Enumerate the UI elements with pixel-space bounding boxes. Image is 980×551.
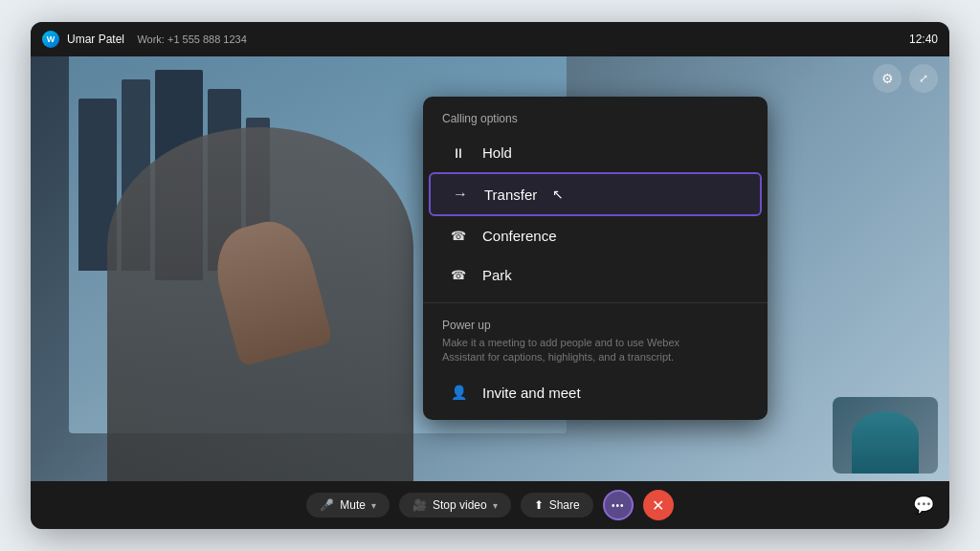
menu-item-transfer-label: Transfer <box>484 187 537 203</box>
menu-item-park[interactable]: ☎ Park <box>429 255 762 295</box>
expand-icon: ⤢ <box>919 72 928 85</box>
power-up-section: Power up Make it a meeting to add people… <box>423 311 768 373</box>
menu-item-invite[interactable]: 👤 Invite and meet <box>429 373 762 412</box>
video-chevron: ▾ <box>493 500 498 511</box>
mute-icon: 🎤 <box>320 498 334 512</box>
expand-button[interactable]: ⤢ <box>909 64 938 93</box>
menu-item-conference-label: Conference <box>482 228 557 244</box>
control-bar: 🎤 Mute ▾ 🎥 Stop video ▾ ⬆ Share ••• ✕ 💬 <box>31 481 949 529</box>
mute-label: Mute <box>340 498 366 512</box>
share-label: Share <box>549 498 580 512</box>
webex-logo: W <box>42 31 59 48</box>
end-icon: ✕ <box>652 496 664 515</box>
menu-item-conference[interactable]: ☎ Conference <box>429 216 762 255</box>
share-button[interactable]: ⬆ Share <box>521 493 593 518</box>
menu-item-transfer[interactable]: → Transfer ↖ <box>429 172 762 216</box>
menu-item-hold[interactable]: ⏸ Hold <box>429 133 762 172</box>
conference-icon: ☎ <box>448 229 469 243</box>
end-call-button[interactable]: ✕ <box>643 490 674 520</box>
video-icon: 🎥 <box>412 498 427 512</box>
power-up-description: Make it a meeting to add people and to u… <box>442 336 748 365</box>
menu-item-hold-label: Hold <box>482 144 512 161</box>
more-options-button[interactable]: ••• <box>603 490 634 520</box>
mute-chevron: ▾ <box>371 500 376 511</box>
park-icon: ☎ <box>448 268 469 282</box>
calling-options-menu: Calling options ⏸ Hold → Transfer ↖ ☎ Co… <box>423 97 768 420</box>
menu-divider <box>423 302 768 303</box>
topbar-left: W Umar Patel Work: +1 555 888 1234 <box>42 31 247 48</box>
chat-icon[interactable]: 💬 <box>913 495 934 516</box>
share-icon: ⬆ <box>534 498 544 512</box>
topbar-icons: ⚙ ⤢ <box>873 64 938 93</box>
caller-info: Umar Patel Work: +1 555 888 1234 <box>67 33 247 46</box>
hold-icon: ⏸ <box>448 145 469 161</box>
menu-item-invite-label: Invite and meet <box>482 385 581 401</box>
topbar: W Umar Patel Work: +1 555 888 1234 12:40 <box>31 22 949 56</box>
mute-button[interactable]: 🎤 Mute ▾ <box>306 493 390 518</box>
more-icon: ••• <box>612 500 625 511</box>
stop-video-button[interactable]: 🎥 Stop video ▾ <box>399 493 511 518</box>
stop-video-label: Stop video <box>433 498 487 512</box>
transfer-icon: → <box>450 186 471 203</box>
settings-icon: ⚙ <box>881 71 894 86</box>
topbar-time: 12:40 <box>909 33 938 46</box>
settings-button[interactable]: ⚙ <box>873 64 902 93</box>
mini-video-person <box>852 411 919 474</box>
cursor-indicator: ↖ <box>552 187 564 202</box>
mini-video-thumbnail <box>833 397 938 474</box>
menu-section-title: Calling options <box>423 112 768 133</box>
invite-icon: 👤 <box>448 385 469 400</box>
menu-item-park-label: Park <box>482 267 512 283</box>
app-window: W Umar Patel Work: +1 555 888 1234 12:40… <box>31 22 949 529</box>
power-up-title: Power up <box>442 319 748 332</box>
